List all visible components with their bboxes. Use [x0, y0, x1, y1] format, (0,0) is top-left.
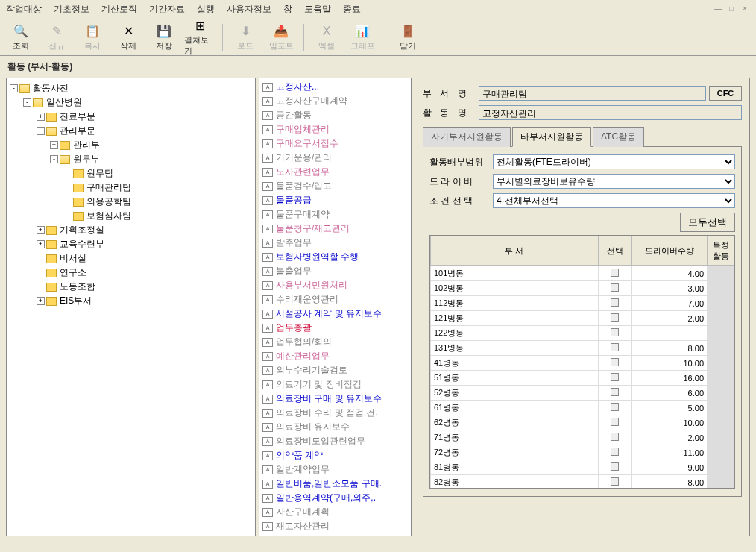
- table-row[interactable]: 61병동5.00: [431, 401, 734, 415]
- tree-node[interactable]: 보험심사팀: [10, 209, 252, 223]
- checkbox-icon[interactable]: [611, 448, 619, 456]
- menu-item[interactable]: 계산로직: [101, 3, 137, 16]
- checkbox-icon[interactable]: [611, 462, 619, 471]
- cell-special[interactable]: [708, 266, 734, 281]
- checkbox-icon[interactable]: [611, 403, 619, 411]
- cell-special[interactable]: [708, 296, 734, 311]
- table-row[interactable]: 51병동16.00: [431, 371, 734, 386]
- activity-item[interactable]: A물품청구/재고관리: [261, 222, 409, 236]
- activity-item[interactable]: A물품검수/입고: [261, 179, 409, 193]
- cell-special[interactable]: [708, 445, 734, 460]
- activity-item[interactable]: A발주업무: [261, 236, 409, 250]
- activity-item[interactable]: A사용부서민원처리: [261, 278, 409, 292]
- driver-select[interactable]: 부서별의료장비보유수량: [493, 174, 735, 189]
- activity-item[interactable]: A업무협의/회의: [261, 335, 409, 349]
- table-row[interactable]: 72병동11.00: [431, 445, 734, 460]
- activity-item[interactable]: A물품공급: [261, 193, 409, 207]
- cell-select[interactable]: [598, 296, 631, 311]
- checkbox-icon[interactable]: [611, 477, 619, 486]
- tree-node[interactable]: 의용공학팀: [10, 195, 252, 209]
- tree-node[interactable]: 노동조합: [10, 280, 252, 294]
- activity-item[interactable]: A의약품 계약: [261, 448, 409, 462]
- cell-select[interactable]: [598, 430, 631, 445]
- cell-special[interactable]: [708, 401, 734, 415]
- cell-select[interactable]: [598, 460, 631, 475]
- activity-item[interactable]: A노사관련업무: [261, 165, 409, 179]
- cfc-button[interactable]: CFC: [709, 86, 742, 101]
- cell-special[interactable]: [708, 430, 734, 445]
- checkbox-icon[interactable]: [611, 269, 619, 277]
- activity-item[interactable]: A일반계약업무: [261, 462, 409, 477]
- toolbar-펼쳐보기[interactable]: ⊞펼쳐보기: [183, 22, 216, 52]
- tab-other-support[interactable]: 타부서지원활동: [512, 127, 591, 147]
- expand-toggle-icon[interactable]: -: [23, 98, 31, 107]
- activity-item[interactable]: A고정자산구매계약: [261, 94, 409, 108]
- close-icon[interactable]: ×: [740, 3, 750, 13]
- activity-item[interactable]: A의료장비 유지보수: [261, 420, 409, 434]
- activity-item[interactable]: A구매업체관리: [261, 122, 409, 137]
- cell-special[interactable]: [708, 281, 734, 296]
- minimize-icon[interactable]: —: [713, 3, 723, 13]
- activity-item[interactable]: A의료기기 및 장비점검: [261, 377, 409, 392]
- activity-item[interactable]: A외부수리기술검토: [261, 363, 409, 377]
- activity-item[interactable]: A구매요구서접수: [261, 137, 409, 151]
- table-row[interactable]: 52병동6.00: [431, 386, 734, 401]
- cell-select[interactable]: [598, 326, 631, 341]
- cell-select[interactable]: [598, 311, 631, 326]
- expand-toggle-icon[interactable]: +: [37, 226, 45, 234]
- toolbar-닫기[interactable]: 🚪닫기: [391, 22, 424, 52]
- restore-icon[interactable]: □: [726, 3, 737, 13]
- cell-select[interactable]: [598, 281, 631, 296]
- activity-item[interactable]: A업무총괄: [261, 321, 409, 335]
- tree-node[interactable]: 연구소: [10, 266, 252, 280]
- activity-item[interactable]: A예산관리업무: [261, 349, 409, 363]
- expand-toggle-icon[interactable]: -: [50, 155, 58, 163]
- activity-item[interactable]: A의료장비 구매 및 유지보수: [261, 392, 409, 406]
- activity-item[interactable]: A일반비품,일반소모품 구매.: [261, 477, 409, 491]
- checkbox-icon[interactable]: [611, 343, 619, 351]
- activity-item[interactable]: A의료장비 수리 및 점검 건.: [261, 406, 409, 420]
- checkbox-icon[interactable]: [611, 388, 619, 396]
- cell-select[interactable]: [598, 266, 631, 281]
- tree-node[interactable]: +기획조정실: [10, 223, 252, 237]
- cell-select[interactable]: [598, 341, 631, 356]
- cell-special[interactable]: [708, 460, 734, 475]
- cell-select[interactable]: [598, 445, 631, 460]
- tab-self-support[interactable]: 자기부서지원활동: [423, 127, 511, 147]
- table-row[interactable]: 131병동8.00: [431, 341, 734, 356]
- menu-item[interactable]: 사용자정보: [227, 3, 271, 16]
- tree-node[interactable]: +진료부문: [10, 110, 252, 124]
- activity-item[interactable]: A시설공사 계약 및 유지보수: [261, 307, 409, 321]
- tab-atc[interactable]: ATC활동: [593, 127, 644, 147]
- menu-item[interactable]: 기간자료: [149, 3, 185, 16]
- cell-select[interactable]: [598, 415, 631, 430]
- cell-special[interactable]: [708, 356, 734, 371]
- activity-item[interactable]: A일반용역계약(구매,외주,.: [261, 491, 409, 505]
- toolbar-삭제[interactable]: ✕삭제: [112, 22, 145, 52]
- cell-special[interactable]: [708, 326, 734, 341]
- scope-select[interactable]: 전체활동(FTE드라이버): [493, 154, 735, 169]
- toolbar-조회[interactable]: 🔍조회: [4, 22, 37, 52]
- table-row[interactable]: 121병동2.00: [431, 311, 734, 326]
- cell-special[interactable]: [708, 311, 734, 326]
- tree-node[interactable]: -일산병원: [10, 95, 252, 110]
- cell-special[interactable]: [708, 371, 734, 386]
- condition-select[interactable]: 4-전체부서선택: [493, 193, 735, 208]
- table-row[interactable]: 62병동10.00: [431, 415, 734, 430]
- activity-item[interactable]: A공간활동: [261, 108, 409, 122]
- activity-item[interactable]: A자산구매계획: [261, 505, 409, 519]
- tree-node[interactable]: +EIS부서: [10, 294, 252, 308]
- cell-select[interactable]: [598, 386, 631, 401]
- cell-special[interactable]: [708, 386, 734, 401]
- select-all-button[interactable]: 모두선택: [680, 213, 735, 232]
- table-row[interactable]: 112병동7.00: [431, 296, 734, 311]
- tree-node[interactable]: -활동사전: [10, 81, 252, 95]
- tree-node[interactable]: -관리부문: [10, 124, 252, 138]
- cell-special[interactable]: [708, 341, 734, 356]
- tree-node[interactable]: -원무부: [10, 152, 252, 166]
- table-row[interactable]: 102병동3.00: [431, 281, 734, 296]
- tree-node[interactable]: 구매관리팀: [10, 181, 252, 195]
- activity-item[interactable]: A물품구매계약: [261, 207, 409, 222]
- expand-toggle-icon[interactable]: +: [37, 113, 45, 121]
- menu-item[interactable]: 작업대상: [6, 3, 42, 16]
